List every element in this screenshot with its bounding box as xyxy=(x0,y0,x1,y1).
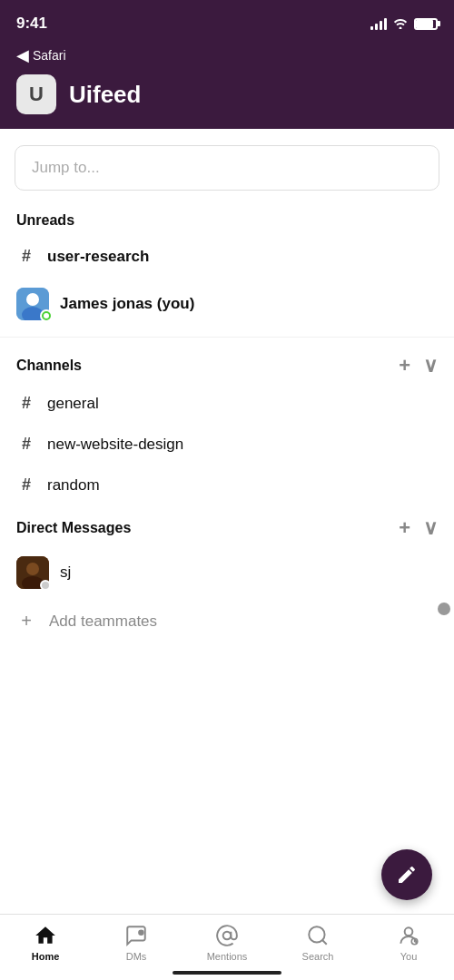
channel-name: user-research xyxy=(47,248,149,266)
dm-name: sj xyxy=(60,564,71,582)
channels-section: Channels + ∨ # general # new-website-des… xyxy=(0,343,454,505)
svg-point-1 xyxy=(26,293,39,306)
svg-point-3 xyxy=(44,313,49,318)
add-teammates-label: Add teammates xyxy=(49,612,157,631)
nav-item-search[interactable]: Search xyxy=(286,924,350,962)
channel-name: general xyxy=(47,395,99,413)
channels-section-label: Channels + ∨ xyxy=(0,343,454,383)
online-status-dot xyxy=(40,309,53,322)
safari-back-button[interactable]: ◀ Safari xyxy=(16,45,438,65)
unread-channel-user-research[interactable]: # user-research xyxy=(0,236,454,277)
channel-name: random xyxy=(47,476,100,495)
hash-icon: # xyxy=(16,247,36,266)
dms-icon xyxy=(124,924,148,947)
nav-label-mentions: Mentions xyxy=(207,951,248,962)
dm-section-label: Direct Messages + ∨ xyxy=(0,505,454,545)
main-content: Jump to... Unreads # user-research xyxy=(0,145,454,715)
jump-to-placeholder: Jump to... xyxy=(32,159,100,176)
compose-fab-button[interactable] xyxy=(381,849,432,900)
scroll-indicator xyxy=(438,603,450,615)
nav-label-home: Home xyxy=(32,951,60,962)
collapse-channels-button[interactable]: ∨ xyxy=(423,356,438,376)
unreads-section-label: Unreads xyxy=(0,200,454,236)
sj-status-dot xyxy=(40,580,51,591)
channels-actions: + ∨ xyxy=(399,356,438,376)
nav-item-you[interactable]: You xyxy=(377,924,440,962)
nav-label-search: Search xyxy=(302,951,334,962)
svg-point-10 xyxy=(405,927,413,936)
add-dm-button[interactable]: + xyxy=(399,518,410,538)
add-plus-icon: + xyxy=(16,611,36,632)
unreads-section: Unreads # user-research xyxy=(0,200,454,331)
dm-actions: + ∨ xyxy=(399,518,438,538)
status-bar: 9:41 xyxy=(0,0,454,45)
app-title: Uifeed xyxy=(69,81,141,109)
add-channel-button[interactable]: + xyxy=(399,356,410,376)
app-header: U Uifeed xyxy=(16,74,438,114)
add-teammates-button[interactable]: + Add teammates xyxy=(0,600,454,642)
james-jonas-avatar xyxy=(16,288,49,320)
svg-point-8 xyxy=(223,932,232,940)
sj-avatar-container xyxy=(16,556,49,589)
nav-item-mentions[interactable]: Mentions xyxy=(195,924,259,962)
direct-messages-section: Direct Messages + ∨ xyxy=(0,505,454,642)
hash-icon: # xyxy=(16,394,36,413)
channel-new-website-design[interactable]: # new-website-design xyxy=(0,424,454,465)
svg-point-7 xyxy=(138,930,144,936)
channel-name: new-website-design xyxy=(47,436,183,454)
compose-icon xyxy=(396,864,418,886)
nav-item-dms[interactable]: DMs xyxy=(104,924,168,962)
you-icon xyxy=(397,924,420,947)
svg-point-5 xyxy=(26,563,39,575)
nav-label-you: You xyxy=(400,951,418,962)
nav-item-home[interactable]: Home xyxy=(14,924,77,962)
status-icons xyxy=(370,16,438,32)
dm-sj[interactable]: sj xyxy=(0,545,454,600)
home-indicator xyxy=(173,971,281,975)
collapse-dm-button[interactable]: ∨ xyxy=(423,518,438,538)
hash-icon: # xyxy=(16,435,36,454)
signal-icon xyxy=(370,17,387,30)
channel-general[interactable]: # general xyxy=(0,383,454,424)
status-time: 9:41 xyxy=(16,15,47,33)
unread-dm-james-jonas[interactable]: James jonas (you) xyxy=(0,277,454,331)
dm-name: James jonas (you) xyxy=(60,295,194,313)
jump-to-input[interactable]: Jump to... xyxy=(15,145,439,191)
mentions-icon xyxy=(215,924,239,947)
home-icon xyxy=(34,924,57,947)
channel-random[interactable]: # random xyxy=(0,465,454,505)
battery-icon xyxy=(414,18,438,30)
chevron-left-icon: ◀ xyxy=(16,45,29,65)
app-icon: U xyxy=(16,74,56,114)
wifi-icon xyxy=(392,16,409,32)
svg-point-9 xyxy=(309,926,324,942)
hash-icon: # xyxy=(16,475,36,495)
safari-back-label: Safari xyxy=(33,48,66,63)
search-icon xyxy=(306,924,330,947)
nav-label-dms: DMs xyxy=(126,951,147,962)
